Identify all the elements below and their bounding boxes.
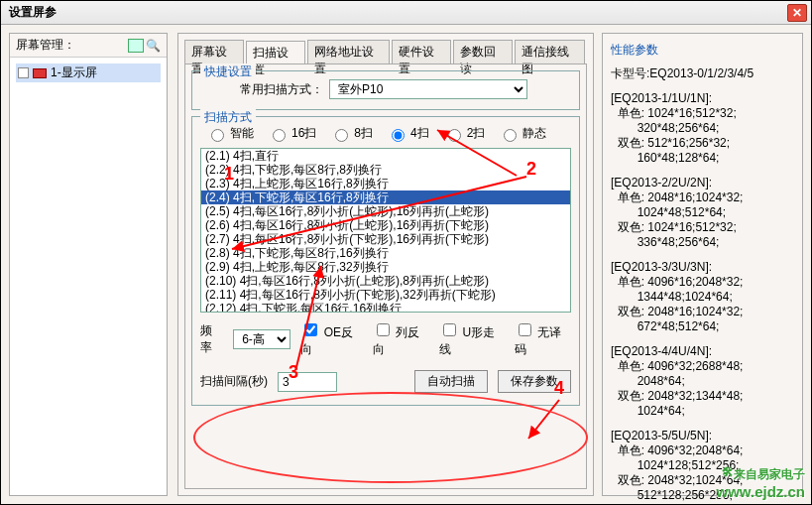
tools-icon: 🛠 [716, 465, 734, 483]
list-item[interactable]: (2.4) 4扫,下蛇形,每区16行,8列换行 [201, 190, 570, 204]
list-item[interactable]: (2.1) 4扫,直行 [201, 149, 570, 163]
scan-radio-2[interactable]: 8扫 [330, 125, 373, 142]
left-panel: 屏幕管理： 🔍 1-显示屏 [9, 33, 168, 496]
freq-select[interactable]: 6-高 [233, 329, 290, 349]
watermark: 🛠来自易家电子 www.ejdz.cn [716, 464, 805, 500]
tab-bar: 屏幕设置 扫描设置 网络地址设置 硬件设置 参数回读 通信接线图 [184, 40, 587, 63]
screen-tree: 1-显示屏 [10, 58, 167, 495]
common-scan-label: 常用扫描方式： [240, 81, 323, 98]
scan-radio-5[interactable]: 静态 [499, 125, 546, 142]
tab-readback[interactable]: 参数回读 [453, 40, 513, 63]
scan-listbox[interactable]: (2.1) 4扫,直行(2.2) 4扫,下蛇形,每区8行,8列换行(2.3) 4… [200, 148, 571, 313]
list-item[interactable]: (2.11) 4扫,每区16行,8列小折(下蛇形),32列再折(下蛇形) [201, 288, 570, 302]
tab-screen[interactable]: 屏幕设置 [184, 40, 244, 63]
quick-group-title: 快捷设置 [200, 63, 256, 80]
tab-wiring[interactable]: 通信接线图 [515, 40, 585, 63]
add-screen-icon[interactable] [128, 39, 144, 53]
interval-label: 扫描间隔(秒) [200, 373, 268, 390]
interval-input[interactable] [278, 372, 337, 392]
perf-block: [EQ2013-3/3U/3N]: 单色: 4096*16;2048*32; 1… [611, 260, 794, 334]
list-item[interactable]: (2.5) 4扫,每区16行,8列小折(上蛇形),16列再折(上蛇形) [201, 204, 570, 218]
right-panel: 性能参数 卡型号:EQ2013-0/1/2/3/4/5 [EQ2013-1/1U… [602, 33, 803, 496]
scan-radio-1[interactable]: 16扫 [268, 125, 316, 142]
list-item[interactable]: (2.7) 4扫,每区16行,8列小折(下蛇形),16列再折(下蛇形) [201, 232, 570, 246]
oe-checkbox[interactable]: OE反向 [300, 320, 362, 358]
save-params-button[interactable]: 保存参数 [498, 370, 571, 393]
col-checkbox[interactable]: 列反向 [373, 320, 429, 358]
card-model: 卡型号:EQ2013-0/1/2/3/4/5 [611, 66, 794, 81]
list-item[interactable]: (2.10) 4扫,每区16行,8列小折(上蛇形),8列再折(上蛇形) [201, 274, 570, 288]
perf-title: 性能参数 [611, 42, 794, 59]
led-icon [33, 68, 47, 78]
list-item[interactable]: (2.6) 4扫,每区16行,8列小折(上蛇形),16列再折(下蛇形) [201, 218, 570, 232]
tab-scan[interactable]: 扫描设置 [246, 41, 305, 64]
tree-item-label: 1-显示屏 [51, 64, 97, 81]
scan-group: 扫描方式 智能 16扫 8扫 4扫 2扫 静态 (2.1) 4扫,直行(2.2)… [191, 116, 580, 406]
list-item[interactable]: (2.2) 4扫,下蛇形,每区8行,8列换行 [201, 163, 570, 177]
search-icon[interactable]: 🔍 [146, 39, 161, 53]
scan-radio-4[interactable]: 2扫 [443, 125, 486, 142]
auto-scan-button[interactable]: 自动扫描 [414, 370, 488, 393]
list-item[interactable]: (2.8) 4扫,下蛇形,每区8行,16列换行 [201, 246, 570, 260]
noclk-checkbox[interactable]: 无译码 [515, 320, 571, 358]
scan-radio-3[interactable]: 4扫 [387, 125, 429, 142]
screen-mgmt-label: 屏幕管理： [16, 37, 128, 54]
tree-item[interactable]: 1-显示屏 [16, 63, 161, 82]
tab-hardware[interactable]: 硬件设置 [392, 40, 451, 63]
close-button[interactable]: ✕ [787, 4, 807, 22]
scan-radio-0[interactable]: 智能 [206, 125, 254, 142]
list-item[interactable]: (2.9) 4扫,上蛇形,每区8行,32列换行 [201, 260, 570, 274]
list-item[interactable]: (2.3) 4扫,上蛇形,每区16行,8列换行 [201, 177, 570, 190]
window-title: 设置屏参 [5, 4, 787, 21]
perf-block: [EQ2013-4/4U/4N]: 单色: 4096*32;2688*48; 2… [611, 344, 794, 419]
list-item[interactable]: (2.12) 4扫,下蛇形,每区16行,16列换行 [201, 302, 570, 313]
common-scan-select[interactable]: 室外P10 [329, 79, 527, 99]
quick-group: 快捷设置 常用扫描方式： 室外P10 [191, 70, 580, 110]
tab-network[interactable]: 网络地址设置 [307, 40, 390, 63]
freq-label: 频率 [200, 322, 223, 356]
scan-radio-row: 智能 16扫 8扫 4扫 2扫 静态 [200, 125, 571, 142]
ushape-checkbox[interactable]: U形走线 [439, 320, 505, 358]
scan-group-title: 扫描方式 [200, 109, 256, 126]
perf-block: [EQ2013-2/2U/2N]: 单色: 2048*16;1024*32; 1… [611, 176, 794, 250]
perf-block: [EQ2013-1/1U/1N]: 单色: 1024*16;512*32; 32… [611, 91, 794, 166]
tree-expand-icon[interactable] [18, 67, 29, 78]
mid-panel: 屏幕设置 扫描设置 网络地址设置 硬件设置 参数回读 通信接线图 快捷设置 常用… [177, 33, 594, 496]
